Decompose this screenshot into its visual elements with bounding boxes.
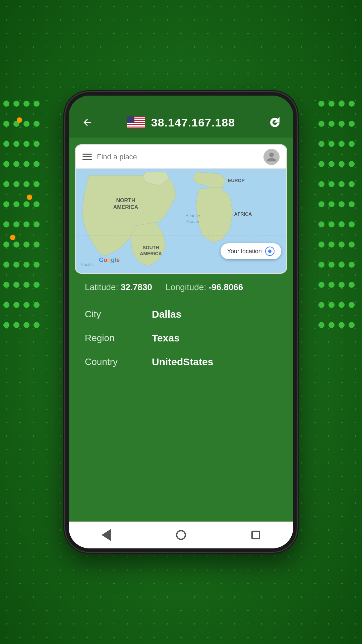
longitude-item: Longitude: -96.8066 [166,282,243,292]
country-label: Country [85,357,152,367]
svg-text:Google: Google [99,257,120,263]
nav-back-icon [102,529,111,541]
dots-right [318,101,359,503]
hamburger-line-3 [82,159,92,160]
country-row: Country UnitedStates [85,350,277,374]
svg-text:AFRICA: AFRICA [234,211,252,217]
map-search-bar [76,145,286,169]
svg-text:EUROP: EUROP [228,178,245,183]
region-value: Texas [152,332,180,344]
svg-text:Pacific: Pacific [81,262,94,267]
back-button[interactable] [79,114,96,131]
info-section: Latitude: 32.7830 Longitude: -96.8066 Ci… [75,274,287,384]
refresh-button[interactable] [266,114,283,131]
ip-address: 38.147.167.188 [151,116,235,129]
phone-screen: 38.147.167.188 [69,96,293,548]
city-row: City Dallas [85,303,277,326]
orange-dot-1 [17,117,22,123]
city-label: City [85,309,152,320]
back-icon [82,117,93,128]
svg-text:Ocean: Ocean [186,219,199,224]
search-input[interactable] [97,153,258,161]
header-center: 38.147.167.188 [127,116,235,129]
region-label: Region [85,333,152,343]
svg-text:AMERICA: AMERICA [113,204,138,210]
longitude-label: Longitude: [166,282,206,292]
user-avatar[interactable] [263,149,280,165]
region-row: Region Texas [85,326,277,350]
svg-text:NORTH: NORTH [116,198,135,203]
orange-dot-2 [10,235,15,240]
refresh-icon [269,116,281,128]
your-location-button[interactable]: Your location [221,243,281,259]
svg-text:SOUTH: SOUTH [143,245,159,250]
longitude-value: -96.8066 [209,282,243,292]
hamburger-line-2 [82,156,92,157]
nav-home-button[interactable] [173,527,189,543]
nav-back-button[interactable] [98,527,115,543]
latitude-value: 32.7830 [121,282,152,292]
nav-home-icon [176,530,186,540]
dots-left [3,101,44,503]
location-target-icon [265,247,275,256]
status-bar [69,96,293,107]
hamburger-line-1 [82,154,92,155]
svg-text:AMERICA: AMERICA [140,251,162,256]
nav-recents-icon [251,531,260,539]
lat-lon-row: Latitude: 32.7830 Longitude: -96.8066 [85,282,277,292]
country-flag [127,116,145,128]
map-container: NORTH AMERICA EUROP AFRICA Atlantic Ocea… [75,144,287,274]
map-visual: NORTH AMERICA EUROP AFRICA Atlantic Ocea… [76,169,286,273]
header: 38.147.167.188 [69,107,293,138]
your-location-label: Your location [227,248,262,255]
nav-bar [69,522,293,548]
latitude-item: Latitude: 32.7830 [85,282,152,292]
city-value: Dallas [152,309,181,320]
orange-dot-3 [27,195,32,200]
latitude-label: Latitude: [85,282,118,292]
country-value: UnitedStates [152,356,213,368]
svg-text:Atlantic: Atlantic [186,213,200,218]
avatar-icon [265,150,278,164]
nav-recents-button[interactable] [247,527,264,543]
menu-button[interactable] [82,154,92,160]
phone-frame: 38.147.167.188 [65,92,297,552]
